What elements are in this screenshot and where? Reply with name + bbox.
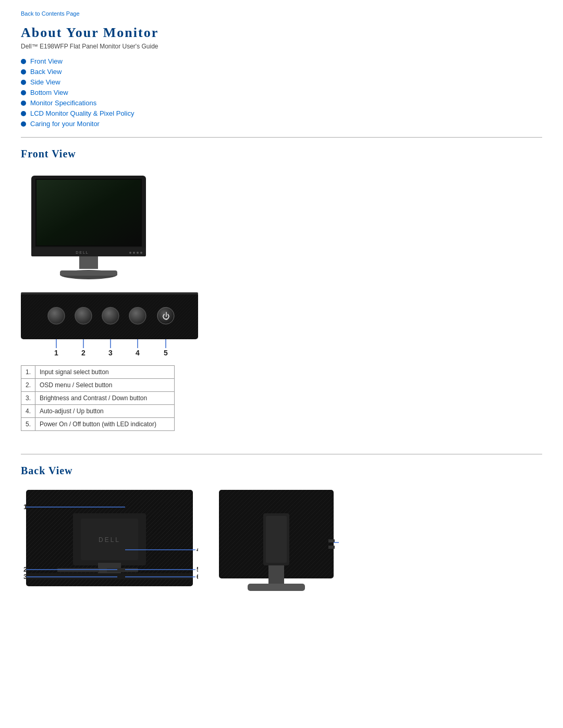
- svg-text:6: 6: [197, 573, 198, 581]
- subtitle: Dell™ E198WFP Flat Panel Monitor User's …: [21, 43, 542, 50]
- row-number: 2.: [21, 379, 35, 392]
- toc-item: Back View: [21, 68, 542, 76]
- svg-text:DELL: DELL: [99, 536, 120, 544]
- svg-point-6: [133, 252, 135, 254]
- front-view-title: Front View: [21, 148, 542, 160]
- svg-text:2: 2: [23, 565, 27, 573]
- buttons-table: 1.Input signal select button2.OSD menu /…: [21, 365, 175, 431]
- toc-item: Monitor Specifications: [21, 99, 542, 107]
- svg-rect-46: [107, 568, 138, 572]
- svg-text:⏻: ⏻: [162, 312, 170, 320]
- table-row: 3.Brightness and Contrast / Down button: [21, 392, 175, 405]
- toc-link[interactable]: Bottom View: [30, 89, 68, 96]
- svg-text:4: 4: [197, 546, 198, 553]
- toc-list: Front ViewBack ViewSide ViewBottom ViewM…: [21, 57, 542, 128]
- bullet-icon: [21, 101, 26, 106]
- svg-rect-64: [268, 565, 284, 584]
- bullet-icon: [21, 111, 26, 116]
- svg-rect-15: [21, 292, 198, 294]
- svg-text:2: 2: [81, 349, 85, 357]
- svg-text:5: 5: [197, 565, 198, 573]
- svg-text:5: 5: [164, 349, 168, 357]
- toc-item: Caring for your Monitor: [21, 120, 542, 128]
- toc-link[interactable]: Caring for your Monitor: [30, 120, 100, 128]
- toc-item: LCD Monitor Quality & Pixel Policy: [21, 109, 542, 117]
- row-number: 1.: [21, 366, 35, 379]
- svg-text:DELL: DELL: [76, 251, 89, 254]
- table-row: 5.Power On / Off button (with LED indica…: [21, 418, 175, 431]
- svg-rect-44: [26, 573, 193, 579]
- back-to-contents-link[interactable]: Back to Contents Page: [21, 10, 542, 17]
- monitor-front-image: DELL: [21, 170, 156, 281]
- svg-point-20: [102, 307, 119, 325]
- back-monitor-right: 7: [214, 487, 339, 597]
- svg-point-5: [129, 252, 131, 254]
- back-view-title: Back View: [21, 465, 542, 477]
- bullet-icon: [21, 90, 26, 95]
- toc-link[interactable]: Monitor Specifications: [30, 99, 96, 107]
- toc-link[interactable]: Front View: [30, 57, 63, 65]
- toc-item: Side View: [21, 78, 542, 86]
- back-monitor-left: DELL 1 2 3 4 5 6: [21, 487, 198, 597]
- table-row: 4.Auto-adjust / Up button: [21, 405, 175, 418]
- button-panel-image: ⏻ 1 2 3 4 5: [21, 290, 198, 359]
- table-row: 2.OSD menu / Select button: [21, 379, 175, 392]
- bullet-icon: [21, 69, 26, 75]
- bullet-icon: [21, 59, 26, 64]
- row-number: 3.: [21, 392, 35, 405]
- svg-point-16: [47, 307, 65, 325]
- toc-link[interactable]: Back View: [30, 68, 62, 76]
- toc-item: Front View: [21, 57, 542, 65]
- svg-rect-45: [57, 568, 99, 572]
- table-row: 1.Input signal select button: [21, 366, 175, 379]
- svg-text:1: 1: [54, 349, 58, 357]
- svg-rect-63: [266, 516, 287, 563]
- svg-point-22: [129, 307, 146, 325]
- svg-rect-66: [328, 539, 335, 542]
- svg-rect-67: [328, 546, 335, 549]
- svg-rect-11: [60, 270, 117, 276]
- svg-point-18: [75, 307, 92, 325]
- svg-text:3: 3: [108, 349, 113, 357]
- toc-link[interactable]: Side View: [30, 78, 60, 86]
- svg-rect-2: [36, 180, 141, 245]
- row-number: 4.: [21, 405, 35, 418]
- row-label: Auto-adjust / Up button: [35, 405, 175, 418]
- bullet-icon: [21, 80, 26, 85]
- svg-point-7: [137, 252, 139, 254]
- row-label: OSD menu / Select button: [35, 379, 175, 392]
- toc-link[interactable]: LCD Monitor Quality & Pixel Policy: [30, 109, 134, 117]
- bullet-icon: [21, 121, 26, 127]
- page-title: About Your Monitor: [21, 25, 542, 41]
- svg-text:3: 3: [23, 573, 27, 581]
- svg-text:1: 1: [23, 503, 27, 511]
- svg-point-8: [140, 252, 142, 254]
- svg-rect-9: [79, 256, 98, 269]
- front-view-images: DELL: [21, 170, 542, 441]
- row-number: 5.: [21, 418, 35, 431]
- toc-item: Bottom View: [21, 89, 542, 96]
- row-label: Brightness and Contrast / Down button: [35, 392, 175, 405]
- back-view-images: DELL 1 2 3 4 5 6: [21, 487, 542, 597]
- row-label: Power On / Off button (with LED indicato…: [35, 418, 175, 431]
- row-label: Input signal select button: [35, 366, 175, 379]
- svg-rect-65: [248, 584, 305, 591]
- section-divider-1: [21, 137, 542, 138]
- svg-text:4: 4: [136, 349, 140, 357]
- section-divider-2: [21, 454, 542, 454]
